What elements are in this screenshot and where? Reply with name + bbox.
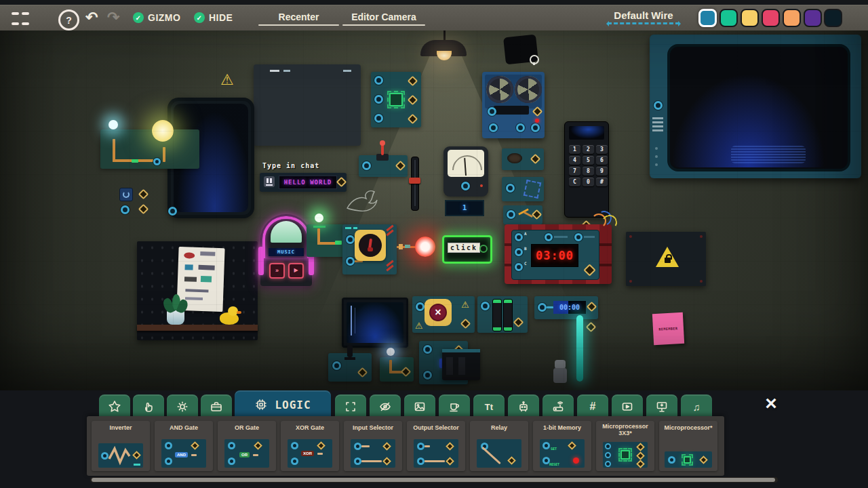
small-board-speaker[interactable] [502, 148, 544, 170]
input-port-icon[interactable] [121, 205, 130, 214]
blank-wall-panel[interactable] [254, 64, 361, 146]
number-display[interactable]: 1 [445, 200, 484, 216]
component-card-and-gate[interactable]: AND Gate AND [155, 421, 213, 471]
help-icon[interactable]: ? [58, 9, 79, 30]
list-view-icon[interactable] [35, 9, 54, 27]
wire-color-swatch-1[interactable] [698, 9, 717, 27]
tab-channels[interactable]: # [577, 394, 608, 419]
tab-lights[interactable] [167, 394, 198, 419]
tab-text[interactable]: Tt [473, 394, 505, 419]
slider-handle[interactable] [409, 178, 420, 184]
output-port-icon[interactable] [138, 189, 149, 200]
tape-recorder[interactable] [482, 72, 545, 138]
error-board[interactable]: × ⚠ ⚠ [412, 296, 475, 333]
wire-color-swatch-5[interactable] [783, 9, 801, 27]
output-port-icon[interactable] [587, 302, 597, 312]
component-card-inverter[interactable]: Inverter [92, 421, 150, 471]
small-board-hologram[interactable] [502, 177, 544, 201]
keypad-key-3[interactable]: 3 [596, 145, 608, 154]
green-led-board[interactable] [307, 224, 346, 257]
tab-robot[interactable] [508, 394, 539, 419]
mic-board[interactable] [328, 353, 372, 382]
lever-board[interactable] [359, 155, 408, 177]
voltmeter[interactable] [443, 146, 488, 197]
component-card-relay[interactable]: Relay [470, 421, 528, 471]
keypad-key-5[interactable]: 5 [583, 156, 594, 165]
wire-color-swatch-6[interactable] [804, 9, 822, 27]
output-port-icon[interactable] [460, 319, 471, 329]
led-board-bottom[interactable] [380, 357, 414, 382]
warning-triangle-icon[interactable]: ⚠ [220, 73, 234, 87]
error-button[interactable]: × [425, 299, 452, 326]
dark-structure[interactable] [442, 349, 480, 380]
wire-color-swatch-7[interactable] [824, 9, 842, 27]
component-card-microprocessor-3x3[interactable]: Microprocessor 3X3* [596, 421, 654, 471]
jukebox[interactable]: MUSIC » ▶ [260, 214, 312, 286]
output-port-icon[interactable] [583, 264, 595, 276]
component-card-microprocessor[interactable]: Microprocessor* [659, 421, 717, 471]
counter-board[interactable]: 00:00 [534, 296, 598, 319]
click-button[interactable]: click [442, 235, 492, 264]
tab-favorites[interactable] [99, 394, 130, 419]
microprocessor-board[interactable] [371, 72, 421, 127]
wire-color-swatch-2[interactable] [719, 9, 738, 27]
chat-widget[interactable]: HELLO WORLD [260, 173, 347, 192]
output-port-icon[interactable] [513, 317, 524, 328]
jukebox-play-button[interactable]: ▶ [288, 263, 304, 279]
component-card-1bit-memory[interactable]: 1-bit Memory SET RESET [533, 421, 591, 471]
keypad-key-7[interactable]: 7 [569, 167, 580, 176]
tab-video[interactable] [612, 394, 643, 419]
close-panel-button[interactable]: × [760, 392, 783, 415]
keypad-key-2[interactable]: 2 [583, 145, 594, 154]
undo-button[interactable]: ↶ [85, 9, 98, 26]
toggle-switch[interactable] [355, 230, 386, 261]
palette-scrollbar[interactable] [90, 477, 778, 483]
keypad-key-4[interactable]: 4 [569, 156, 580, 165]
component-card-or-gate[interactable]: OR Gate OR [218, 421, 276, 471]
recenter-button[interactable]: Recenter [258, 12, 339, 26]
led-red[interactable] [415, 237, 435, 257]
scrollbar-thumb[interactable] [92, 478, 775, 482]
tab-router[interactable] [542, 394, 574, 419]
keypad-key-0[interactable]: 0 [583, 178, 594, 186]
keypad-key-hash[interactable]: # [596, 178, 608, 186]
crt-monitor[interactable] [650, 35, 861, 178]
grid-view-icon[interactable] [12, 9, 29, 27]
keypad-key-8[interactable]: 8 [583, 167, 594, 176]
keypad[interactable]: 1 2 3 4 5 6 7 8 9 C 0 # [564, 121, 609, 218]
tab-tools[interactable] [201, 394, 232, 419]
keypad-key-6[interactable]: 6 [596, 156, 608, 165]
redo-button[interactable]: ↷ [107, 9, 119, 26]
small-board-wiggle[interactable] [503, 205, 542, 224]
input-port-icon[interactable] [168, 207, 177, 216]
locked-panel[interactable] [626, 232, 706, 286]
battery-board[interactable] [477, 296, 528, 333]
slider-track[interactable] [411, 157, 419, 211]
component-card-xor-gate[interactable]: XOR Gate XOR [281, 421, 339, 471]
wire-color-swatch-3[interactable] [741, 9, 759, 27]
default-wire-selector[interactable]: Default Wire [608, 9, 679, 24]
led-lamp-white[interactable] [108, 120, 118, 129]
component-card-output-selector[interactable]: Output Selector [407, 421, 465, 471]
output-port-icon[interactable] [138, 204, 149, 215]
component-card-input-selector[interactable]: Input Selector [344, 421, 402, 471]
tab-hidden[interactable] [370, 394, 401, 419]
tab-decor[interactable] [439, 394, 470, 419]
tab-logic-active[interactable]: LOGIC [235, 390, 331, 419]
time-bomb[interactable]: A B C 03:00 [505, 224, 612, 284]
blue-chip-port[interactable] [119, 188, 133, 201]
sticky-note[interactable]: REMEMBER [652, 312, 684, 345]
jukebox-skip-button[interactable]: » [269, 263, 285, 279]
editor-canvas[interactable]: ⚠ [0, 30, 868, 391]
bulb-yellow[interactable] [152, 120, 174, 142]
output-port-icon[interactable] [586, 322, 597, 333]
tab-fullscreen[interactable] [335, 394, 366, 419]
gizmo-toggle[interactable]: ✓ GIZMO [133, 12, 180, 23]
keypad-key-9[interactable]: 9 [596, 167, 608, 176]
editor-camera-button[interactable]: Editor Camera [342, 12, 425, 26]
tab-display[interactable] [646, 394, 677, 419]
keypad-key-1[interactable]: 1 [569, 145, 580, 154]
hide-toggle[interactable]: ✓ HIDE [194, 12, 233, 23]
mini-monitor[interactable] [342, 298, 408, 348]
tab-interact[interactable] [133, 394, 164, 419]
